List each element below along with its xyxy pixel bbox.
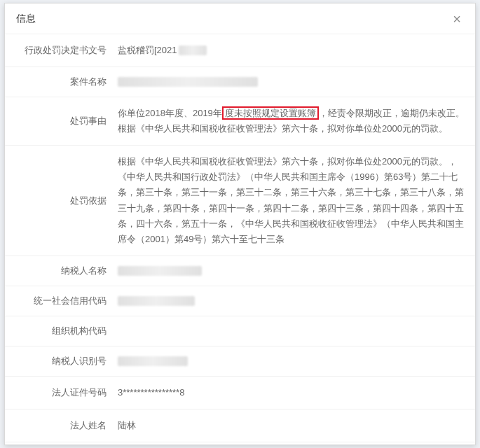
- row-usci: 统一社会信用代码: [5, 286, 475, 316]
- label-taxpayer-name: 纳税人名称: [5, 256, 114, 286]
- modal-body[interactable]: 行政处罚决定书文号 盐税稽罚[2021 案件名称 处罚事由 你单位2018年度、…: [5, 34, 475, 444]
- info-modal: 信息 × 行政处罚决定书文号 盐税稽罚[2021 案件名称 处罚事由 你单位20…: [4, 3, 476, 445]
- row-taxpayer-name: 纳税人名称: [5, 256, 475, 286]
- label-doc-number: 行政处罚决定书文号: [5, 34, 114, 66]
- value-usci: [114, 286, 475, 316]
- redacted: [118, 356, 188, 366]
- text-doc-number: 盐税稽罚[2021: [118, 43, 177, 58]
- row-legal-id: 法人证件号码 3****************8: [5, 377, 475, 410]
- row-doc-number: 行政处罚决定书文号 盐税稽罚[2021: [5, 34, 475, 67]
- redacted: [118, 296, 195, 306]
- value-basis: 根据《中华人民共和国税收征收管理法》第六十条，拟对你单位处2000元的罚款。，《…: [114, 146, 475, 255]
- label-case-name: 案件名称: [5, 67, 114, 97]
- row-case-name: 案件名称: [5, 67, 475, 97]
- label-legal-name: 法人姓名: [5, 410, 114, 442]
- reason-text-1: 你单位2018年度、2019年: [118, 108, 222, 118]
- value-tax-id: [114, 346, 475, 376]
- label-tax-id: 纳税人识别号: [5, 346, 114, 376]
- row-reason: 处罚事由 你单位2018年度、2019年度未按照规定设置账簿，经责令限期改正，逾…: [5, 97, 475, 146]
- row-legal-name: 法人姓名 陆林: [5, 410, 475, 442]
- label-result: 处罚结果: [5, 442, 114, 444]
- value-doc-number: 盐税稽罚[2021: [114, 34, 475, 66]
- label-usci: 统一社会信用代码: [5, 286, 114, 316]
- row-basis: 处罚依据 根据《中华人民共和国税收征收管理法》第六十条，拟对你单位处2000元的…: [5, 146, 475, 256]
- value-reason: 你单位2018年度、2019年度未按照规定设置账簿，经责令限期改正，逾期仍未改正…: [114, 97, 475, 145]
- redacted: [179, 46, 207, 55]
- close-icon[interactable]: ×: [450, 12, 464, 26]
- value-taxpayer-name: [114, 256, 475, 286]
- label-org-code: 组织机构代码: [5, 316, 114, 346]
- value-legal-name: 陆林: [114, 410, 475, 442]
- row-result: 处罚结果 根据《中华人民共和国税收征收管理法》第六十条，对你单位处2000元的罚…: [5, 442, 475, 444]
- modal-header: 信息 ×: [5, 4, 475, 34]
- value-case-name: [114, 67, 475, 97]
- value-legal-id: 3****************8: [114, 377, 475, 409]
- redacted: [118, 266, 202, 276]
- value-result: 根据《中华人民共和国税收征收管理法》第六十条，对你单位处2000元的罚款。: [114, 442, 475, 444]
- redacted: [118, 77, 258, 87]
- label-reason: 处罚事由: [5, 97, 114, 145]
- label-legal-id: 法人证件号码: [5, 377, 114, 409]
- reason-highlight: 度未按照规定设置账簿: [222, 106, 319, 120]
- label-basis: 处罚依据: [5, 146, 114, 255]
- value-org-code: [114, 316, 475, 346]
- row-org-code: 组织机构代码: [5, 316, 475, 346]
- modal-title: 信息: [16, 13, 450, 25]
- row-tax-id: 纳税人识别号: [5, 346, 475, 377]
